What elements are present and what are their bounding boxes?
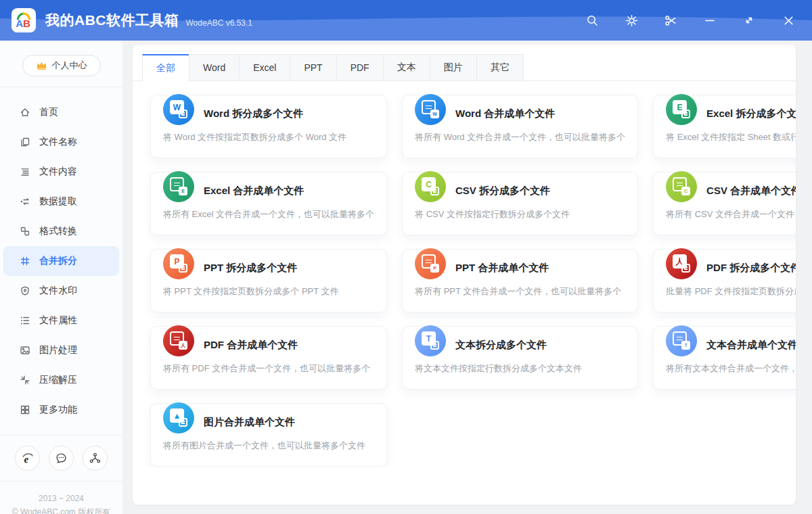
tool-card-description: 将所有图片合并成一个文件，也可以批量将多个文件 (163, 440, 374, 452)
doc-small-shape: E (681, 110, 690, 118)
tool-card-title: PPT 合并成单个文件 (455, 262, 549, 275)
excel-merge-card[interactable]: E E Excel 合并成单个文件 将所有 Excel 文件合并成一个文件，也可… (150, 172, 387, 235)
tab-ppt[interactable]: PPT (290, 54, 336, 81)
copyright-text: © WodeABC.com 版权所有 (0, 505, 122, 514)
file-type-glyph: 人 (181, 343, 185, 348)
doc-small-shape: C (681, 187, 690, 195)
image-icon (20, 345, 30, 356)
file-name-icon (20, 137, 30, 147)
ie-browser-button[interactable]: e (15, 446, 40, 471)
sidebar-item-label: 更多功能 (39, 404, 77, 416)
sidebar-item-file-watermark[interactable]: 文件水印 (3, 276, 119, 306)
text-merge-card[interactable]: T T 文本合并成单个文件 将所有文本文件合并成一个文件，也可以批量将多个 (653, 326, 796, 390)
tab-word[interactable]: Word (189, 54, 240, 81)
sidebar-item-label: 首页 (39, 106, 58, 118)
tab-text[interactable]: 文本 (383, 54, 430, 81)
sidebar-item-merge-split[interactable]: 合并拆分 (3, 246, 119, 276)
personal-center-label: 个人中心 (52, 60, 87, 72)
svg-text:B: B (23, 18, 30, 29)
sidebar-item-label: 文件水印 (39, 285, 77, 297)
tool-card-description: 将 Excel 文件按指定 Sheet 数或行数拆分成多个 Excel 文件 (666, 131, 796, 143)
ppt-split-card[interactable]: P P PPT 拆分成多个文件 将 PPT 文件按指定页数拆分成多个 PPT 文… (150, 249, 387, 312)
sidebar-item-label: 数据提取 (39, 195, 77, 208)
data-extract-icon (20, 196, 30, 207)
file-content-icon (20, 166, 30, 177)
tool-card-title: 文本合并成单个文件 (706, 339, 796, 352)
tool-card-description: 将 Word 文件按指定页数拆分成多个 Word 文件 (163, 131, 374, 143)
minimize-button[interactable] (702, 13, 717, 28)
tab-label: PDF (351, 62, 369, 73)
tool-card-description: 将所有 Excel 文件合并成一个文件，也可以批量将多个 (163, 208, 374, 220)
pdf-split-card[interactable]: 人 人 PDF 拆分成多个文件 批量将 PDF 文件按指定页数拆分成多个 PDF… (653, 249, 796, 312)
sidebar-footer: 2013 ~ 2024 © WodeABC.com 版权所有 (0, 492, 122, 514)
text-merge-icon: T T (666, 325, 697, 356)
close-icon (782, 14, 795, 27)
sidebar-nav: 首页 文件名称 文件内容 数据提取 格式转换 合并拆分 文件水印 文件属性 图片… (0, 97, 122, 425)
tab-image[interactable]: 图片 (430, 54, 477, 81)
excel-merge-icon: E E (163, 171, 194, 202)
content-panel: 全部WordExcelPPTPDF文本图片其它 W W Word 拆分成多个文件… (133, 45, 796, 505)
doc-small-shape: 人 (179, 341, 187, 350)
search-button[interactable] (585, 13, 600, 28)
tool-card-grid: W W Word 拆分成多个文件 将 Word 文件按指定页数拆分成多个 Wor… (133, 81, 796, 467)
tab-other[interactable]: 其它 (476, 54, 524, 81)
pdf-merge-icon: 人 人 (163, 325, 194, 356)
tools-button[interactable] (663, 13, 678, 28)
settings-button[interactable] (624, 13, 639, 28)
sidebar-item-home[interactable]: 首页 (3, 97, 119, 127)
share-icon (89, 452, 102, 465)
tab-label: 其它 (491, 62, 510, 74)
close-button[interactable] (781, 13, 796, 28)
doc-small-shape: P (179, 264, 187, 273)
category-tabs: 全部WordExcelPPTPDF文本图片其它 (133, 45, 796, 81)
app-body: 个人中心 首页 文件名称 文件内容 数据提取 格式转换 合并拆分 文件水印 文件… (0, 41, 812, 514)
home-icon (20, 107, 30, 118)
sidebar-item-compress[interactable]: 压缩解压 (3, 365, 119, 395)
tool-card-description: 将 CSV 文件按指定行数拆分成多个文件 (415, 208, 625, 220)
sidebar-item-file-content[interactable]: 文件内容 (3, 157, 119, 187)
doc-small-shape: E (179, 187, 187, 195)
sidebar-item-file-name[interactable]: 文件名称 (3, 127, 119, 157)
doc-small-shape: T (681, 341, 690, 350)
sidebar-item-more-features[interactable]: 更多功能 (3, 395, 119, 425)
csv-merge-card[interactable]: C C CSV 合并成单个文件 将所有 CSV 文件合并成一个文件，也可以批量将… (653, 172, 796, 235)
file-type-glyph: E (181, 189, 185, 193)
divider (0, 481, 122, 482)
csv-split-card[interactable]: C C CSV 拆分成多个文件 将 CSV 文件按指定行数拆分成多个文件 (402, 172, 638, 235)
tool-card-description: 将 PPT 文件按指定页数拆分成多个 PPT 文件 (163, 285, 374, 298)
tool-card-title: PDF 拆分成多个文件 (706, 262, 796, 275)
excel-split-card[interactable]: E E Excel 拆分成多个文件 将 Excel 文件按指定 Sheet 数或… (653, 95, 796, 158)
sidebar-item-image-processing[interactable]: 图片处理 (3, 335, 119, 365)
merge-split-icon (20, 256, 30, 266)
tool-card-title: 文本拆分成多个文件 (455, 339, 547, 352)
sidebar-item-label: 合并拆分 (39, 255, 77, 267)
word-split-card[interactable]: W W Word 拆分成多个文件 将 Word 文件按指定页数拆分成多个 Wor… (150, 95, 387, 158)
word-merge-card[interactable]: W W Word 合并成单个文件 将所有 Word 文件合并成一个文件，也可以批… (402, 95, 638, 158)
doc-small-shape: W (179, 110, 187, 118)
tool-card-title: CSV 拆分成多个文件 (455, 185, 550, 197)
app-window: A B 我的ABC软件工具箱 WodeABC v6.53.1 (0, 0, 812, 514)
tab-excel[interactable]: Excel (239, 54, 290, 81)
tab-pdf[interactable]: PDF (336, 54, 384, 81)
gear-icon (625, 14, 638, 27)
sidebar-item-file-attributes[interactable]: 文件属性 (3, 306, 119, 335)
image-merge-card[interactable]: ▲ ▲ 图片合并成单个文件 将所有图片合并成一个文件，也可以批量将多个文件 (150, 403, 387, 467)
sidebar-item-label: 压缩解压 (39, 374, 77, 386)
chat-button[interactable] (49, 446, 74, 471)
tab-all[interactable]: 全部 (142, 54, 189, 81)
personal-center-button[interactable]: 个人中心 (22, 55, 101, 76)
sidebar-item-format-convert[interactable]: 格式转换 (3, 216, 119, 246)
doc-small-shape: T (430, 341, 439, 350)
file-type-glyph: T (684, 343, 687, 348)
chat-icon (55, 452, 68, 465)
app-version: WodeABC v6.53.1 (186, 18, 253, 28)
share-button[interactable] (83, 446, 108, 471)
pdf-merge-card[interactable]: 人 人 PDF 合并成单个文件 将所有 PDF 文件合并成一个文件，也可以批量将… (150, 326, 387, 390)
sidebar-item-label: 格式转换 (39, 225, 77, 237)
text-split-card[interactable]: T T 文本拆分成多个文件 将文本文件按指定行数拆分成多个文本文件 (402, 326, 638, 390)
sidebar-item-data-extract[interactable]: 数据提取 (3, 187, 119, 216)
resize-button[interactable] (742, 13, 757, 28)
doc-small-shape: ▲ (179, 418, 187, 427)
quick-links: e (0, 446, 122, 471)
ppt-merge-card[interactable]: P P PPT 合并成单个文件 将所有 PPT 文件合并成一个文件，也可以批量将… (402, 249, 638, 312)
